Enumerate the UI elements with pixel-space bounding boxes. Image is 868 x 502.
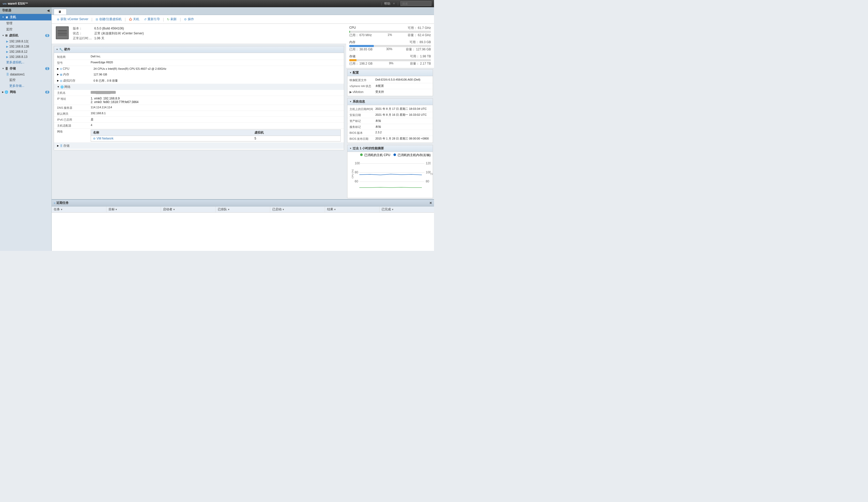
host-info: 版本： 6.5.0 (Build 4564106) 状态： 正常 (未连接到任何… — [73, 26, 342, 41]
btn-create-label: 创建/注册虚拟机 — [99, 17, 122, 21]
storage-expand-icon: ▼ — [2, 68, 4, 70]
sidebar-vms-children: ▶ 192.168.8.12( ▶ 192.168.8.138 ▶ 192.16… — [0, 39, 51, 65]
config-header[interactable]: ▼ 配置 — [348, 70, 433, 76]
sidebar-item-ds1-monitor[interactable]: 监控 — [2, 77, 51, 83]
asset-value: 未知 — [375, 119, 431, 123]
flash-row[interactable]: ▶ ▤虚拟闪存 0 B 已用，0 B 容量 — [54, 78, 344, 84]
col-result-arrow: ▼ — [334, 208, 336, 211]
sidebar-item-more-vms[interactable]: 更多虚拟机... — [2, 59, 51, 65]
sidebar-item-monitor[interactable]: 监控 — [2, 26, 51, 32]
bios-date-label: BIOS 发布日期 — [350, 137, 375, 141]
btn-reboot[interactable]: ↺ 重新引导 — [142, 16, 162, 22]
y-axis-label-left: CPU (%) — [351, 169, 354, 178]
perf-header[interactable]: ▼ 过去 1 小时的性能摘要 — [348, 145, 433, 152]
network-section-label: 🌐网络 — [61, 84, 94, 89]
storage-capacity: 容量： 2.17 TB — [410, 61, 431, 66]
image-value: Dell-ESXi-6.5.0-4564106-A00 (Dell) — [375, 78, 431, 81]
sidebar-item-manage[interactable]: 管理 — [2, 20, 51, 26]
topbar-right: | 帮助 ▼ | — [381, 1, 431, 6]
storage-section-row[interactable]: ▶ 🗄存储 — [54, 143, 344, 149]
svg-text:120: 120 — [426, 162, 431, 165]
storage-used: 已用： 198.2 GB — [349, 61, 373, 66]
col-result[interactable]: 结果 ▼ — [325, 206, 380, 212]
hostname-value: ████████ — [91, 91, 341, 94]
col-target[interactable]: 目标 ▼ — [106, 206, 161, 212]
memory-bar-bg — [349, 45, 431, 47]
sidebar-item-network[interactable]: ▶ 🌐 网络 2 — [0, 89, 51, 95]
model-value: PowerEdge R820 — [91, 61, 341, 64]
vm1-label: 192.168.8.12( — [9, 40, 28, 43]
resource-section: CPU 可用： 61.7 GHz 已用： 670 — [346, 24, 434, 68]
sidebar-item-vm4[interactable]: ▶ 192.168.8.13 — [2, 54, 51, 59]
server-line4 — [58, 35, 67, 35]
search-input[interactable] — [400, 1, 431, 6]
storage-resource: 存储 可用： 1.98 TB 已用： 198.2 — [349, 54, 431, 66]
mem-avail-value: 89.3 GB — [420, 40, 431, 44]
sidebar-host-label: 主机 — [10, 15, 16, 19]
cpu-resource: CPU 可用： 61.7 GHz 已用： 670 — [349, 26, 431, 38]
sidebar-vms-label: 虚拟机 — [9, 33, 18, 38]
vms-icon: ⊞ — [5, 34, 8, 37]
asset-row: 资产标记 未知 — [348, 118, 433, 124]
sidebar-item-vm1[interactable]: ▶ 192.168.8.12( — [2, 39, 51, 44]
cpu-label: ⊞CPU — [60, 66, 94, 71]
toolbar-sep4: | — [180, 17, 181, 21]
sysinfo-section-label: 系统信息 — [353, 100, 365, 104]
help-arrow: ▼ — [392, 2, 395, 6]
stor-used-label: 已用： — [349, 62, 359, 65]
perf-section: ▼ 过去 1 小时的性能摘要 已消耗的主机 CPU 已消耗的主机内存(右轴) — [347, 145, 433, 198]
vms-expand-icon: ▼ — [2, 34, 4, 37]
adapters-label: 主机适配器 — [57, 123, 91, 127]
tab-host-icon: 🖥 — [58, 10, 61, 14]
btn-actions[interactable]: ⚙ 操作 — [182, 16, 196, 22]
model-label: 型号 — [57, 61, 91, 65]
col-completed[interactable]: 已完成 ▼ — [380, 206, 434, 212]
sidebar-item-vms[interactable]: ▼ ⊞ 虚拟机 5 — [0, 32, 51, 39]
config-section: ▼ 配置 映像配置文件 Dell-ESXi-6.5.0-4564106-A00 … — [347, 69, 433, 96]
sidebar-collapse-icon[interactable]: ◀ — [47, 9, 49, 12]
network-table-container: 名称 虚拟机 ⊕ — [91, 130, 341, 142]
memory-value: 127.96 GB — [94, 73, 341, 76]
flash-label: ▤虚拟闪存 — [60, 78, 94, 83]
dns-row: DNS 服务器 114.114.114.114 — [54, 105, 344, 111]
cpu-pct: 1% — [388, 33, 392, 38]
sidebar-item-vm3[interactable]: ▶ 192.168.8.12 — [2, 49, 51, 54]
hardware-section-header[interactable]: ▼ 🔧 硬件 — [54, 46, 344, 53]
sidebar-item-host[interactable]: ▼ 🖥 主机 — [0, 14, 51, 20]
col-initiator[interactable]: 启动者 ▼ — [161, 206, 216, 212]
ds1-icon: 🗄 — [6, 73, 9, 76]
btn-create[interactable]: ⊞ 创建/注册虚拟机 — [94, 16, 124, 22]
sidebar-item-vm2[interactable]: ▶ 192.168.8.138 — [2, 44, 51, 49]
col-queued[interactable]: 已排队 ▼ — [216, 206, 270, 212]
help-button[interactable]: 帮助 — [384, 1, 390, 6]
sidebar-item-storage[interactable]: ▼ 🗄 存储 1 — [0, 65, 51, 72]
btn-vcenter[interactable]: ⊕ 获取 vCenter Server — [55, 16, 90, 22]
config-section-label: 配置 — [353, 71, 359, 75]
col-vm-header: 虚拟机 — [252, 130, 340, 136]
sidebar-item-more-storage[interactable]: 更多存储... — [2, 83, 51, 89]
vm-network-link[interactable]: ⊕ VM Network — [93, 137, 250, 140]
btn-shutdown[interactable]: ⏻ 关机 — [127, 16, 141, 22]
tasks-close-icon[interactable]: ✕ — [429, 201, 432, 205]
sysinfo-header[interactable]: ▼ 系统信息 — [348, 99, 433, 105]
host-overview: 版本： 6.5.0 (Build 4564106) 状态： 正常 (未连接到任何… — [52, 24, 346, 44]
topbar-sep2: | — [397, 2, 398, 6]
cpu-row[interactable]: ▶ ⊞CPU 24 CPUs x Intel(R) Xeon(R) CPU E5… — [54, 66, 344, 71]
more-storage-label: 更多存储... — [9, 84, 24, 88]
stor-avail-value: 1.98 TB — [420, 54, 431, 58]
manage-label: 管理 — [6, 21, 12, 25]
memory-row[interactable]: ▶ ▦内存 127.96 GB — [54, 71, 344, 78]
col-task-label: 任务 — [54, 207, 60, 212]
col-name-header: 名称 — [91, 130, 252, 136]
sidebar-item-datastore1[interactable]: 🗄 datastore1 — [2, 72, 51, 77]
col-initiator-arrow: ▼ — [173, 208, 175, 211]
service-label: 服务标记 — [350, 125, 375, 129]
memory-bar-fill — [349, 45, 374, 47]
legend-mem-dot — [393, 153, 396, 156]
col-started[interactable]: 已启动 ▼ — [270, 206, 325, 212]
col-target-label: 目标 — [108, 207, 115, 212]
col-task[interactable]: 任务 ▼ — [52, 206, 106, 212]
network-section-row[interactable]: ▼ 🌐网络 — [54, 84, 344, 90]
tab-host[interactable]: 🖥 — [54, 9, 67, 15]
btn-refresh[interactable]: ↻ 刷新 — [165, 16, 179, 22]
